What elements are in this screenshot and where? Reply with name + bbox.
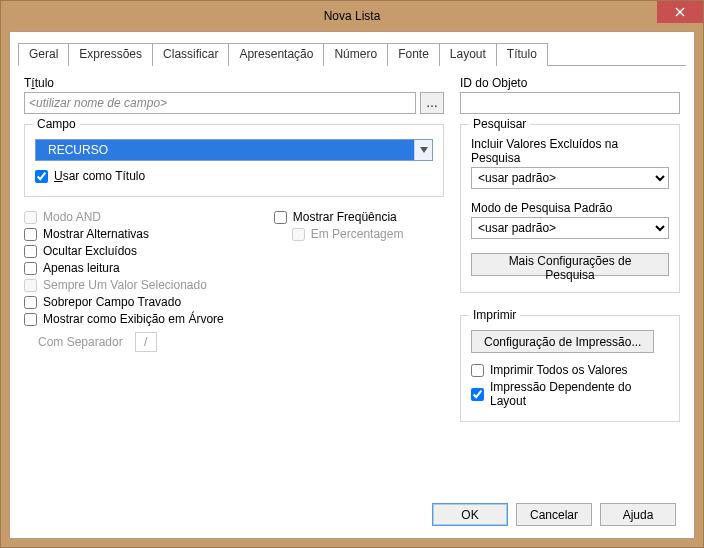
mais-config-pesquisa-button[interactable]: Mais Configurações de Pesquisa — [471, 253, 669, 276]
titulo-expression-button[interactable]: … — [420, 92, 444, 114]
modo-and-label: Modo AND — [43, 210, 101, 224]
dialog-window: Nova Lista Geral Expressões Classificar … — [0, 0, 704, 548]
incluir-valores-select[interactable]: <usar padrão> — [471, 167, 669, 189]
pesquisar-group: Pesquisar Incluir Valores Excluídos na P… — [460, 124, 680, 293]
ocultar-excluidos-checkbox[interactable] — [24, 245, 37, 258]
titulo-input[interactable] — [24, 92, 416, 114]
id-objeto-input[interactable] — [460, 92, 680, 114]
ellipsis-icon: … — [426, 96, 438, 110]
em-percentagem-checkbox — [292, 228, 305, 241]
pesquisar-legend: Pesquisar — [469, 117, 530, 131]
campo-legend: Campo — [33, 117, 80, 131]
mostrar-frequencia-label: Mostrar Freqüência — [293, 210, 397, 224]
mostrar-frequencia-checkbox[interactable] — [274, 211, 287, 224]
ocultar-excluidos-label: Ocultar Excluídos — [43, 244, 137, 258]
apenas-leitura-checkbox[interactable] — [24, 262, 37, 275]
tab-titulo[interactable]: Título — [496, 43, 548, 66]
tab-expressoes[interactable]: Expressões — [68, 43, 153, 66]
modo-pesquisa-select[interactable]: <usar padrão> — [471, 217, 669, 239]
tab-fonte[interactable]: Fonte — [387, 43, 440, 66]
tabstrip: Geral Expressões Classificar Apresentaçã… — [18, 42, 686, 66]
ok-button[interactable]: OK — [432, 503, 508, 526]
help-button[interactable]: Ajuda — [600, 503, 676, 526]
com-separador-label: Com Separador — [38, 335, 123, 349]
chevron-down-icon — [420, 147, 428, 153]
sobrepor-travado-checkbox[interactable] — [24, 296, 37, 309]
config-impressao-button[interactable]: Configuração de Impressão... — [471, 330, 654, 353]
tab-page-geral: Título … ID do Objeto — [18, 66, 686, 530]
usar-como-titulo-checkbox[interactable] — [35, 170, 48, 183]
incluir-label: Incluir Valores Excluídos na Pesquisa — [471, 137, 669, 165]
imprimir-legend: Imprimir — [469, 308, 520, 322]
sempre-um-valor-label: Sempre Um Valor Selecionado — [43, 278, 207, 292]
client-area: Geral Expressões Classificar Apresentaçã… — [9, 31, 695, 539]
titlebar: Nova Lista — [1, 1, 703, 31]
window-title: Nova Lista — [324, 9, 381, 23]
tab-geral[interactable]: Geral — [18, 43, 69, 66]
campo-combo[interactable]: RECURSO — [35, 139, 433, 161]
cancel-button[interactable]: Cancelar — [516, 503, 592, 526]
campo-group: Campo RECURSO Usar como Título — [24, 124, 444, 197]
campo-combo-button[interactable] — [414, 140, 432, 160]
close-icon — [675, 7, 685, 17]
tab-apresentacao[interactable]: Apresentação — [228, 43, 324, 66]
imprimir-group: Imprimir Configuração de Impressão... Im… — [460, 315, 680, 422]
modo-pesquisa-label: Modo de Pesquisa Padrão — [471, 201, 669, 215]
titulo-label: Título — [24, 76, 444, 90]
impressao-dep-layout-checkbox[interactable] — [471, 388, 484, 401]
id-objeto-label: ID do Objeto — [460, 76, 680, 90]
exibicao-arvore-checkbox[interactable] — [24, 313, 37, 326]
tab-numero[interactable]: Número — [323, 43, 388, 66]
apenas-leitura-label: Apenas leitura — [43, 261, 120, 275]
exibicao-arvore-label: Mostrar como Exibição em Árvore — [43, 312, 224, 326]
sobrepor-travado-label: Sobrepor Campo Travado — [43, 295, 181, 309]
imprimir-todos-label: Imprimir Todos os Valores — [490, 363, 628, 377]
mostrar-alternativas-label: Mostrar Alternativas — [43, 227, 149, 241]
usar-como-titulo-label: Usar como Título — [54, 169, 145, 183]
tab-layout[interactable]: Layout — [439, 43, 497, 66]
impressao-dep-layout-label: Impressão Dependente do Layout — [490, 380, 669, 408]
com-separador-input — [135, 332, 157, 352]
modo-and-checkbox — [24, 211, 37, 224]
close-button[interactable] — [657, 1, 703, 23]
sempre-um-valor-checkbox — [24, 279, 37, 292]
em-percentagem-label: Em Percentagem — [311, 227, 404, 241]
imprimir-todos-checkbox[interactable] — [471, 364, 484, 377]
mostrar-alternativas-checkbox[interactable] — [24, 228, 37, 241]
tab-classificar[interactable]: Classificar — [152, 43, 229, 66]
button-bar: OK Cancelar Ajuda — [24, 495, 680, 526]
campo-combo-value: RECURSO — [36, 140, 414, 160]
